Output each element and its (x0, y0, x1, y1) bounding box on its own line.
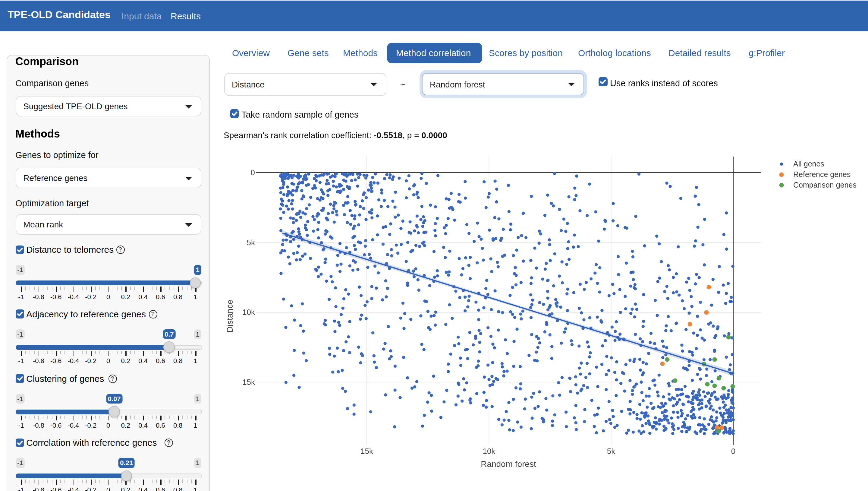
svg-text:10k: 10k (483, 447, 495, 456)
svg-text:10k: 10k (242, 308, 255, 317)
svg-text:Comparison genes: Comparison genes (793, 181, 857, 189)
svg-text:0: 0 (731, 447, 735, 456)
svg-text:5k: 5k (247, 238, 255, 247)
svg-text:Random forest: Random forest (481, 459, 536, 469)
svg-text:15k: 15k (242, 378, 255, 387)
svg-text:Reference genes: Reference genes (793, 170, 850, 178)
svg-text:15k: 15k (361, 447, 373, 456)
svg-text:All genes: All genes (793, 160, 824, 168)
svg-text:Distance: Distance (225, 300, 235, 333)
svg-text:0: 0 (251, 168, 255, 177)
svg-text:5k: 5k (607, 447, 615, 456)
